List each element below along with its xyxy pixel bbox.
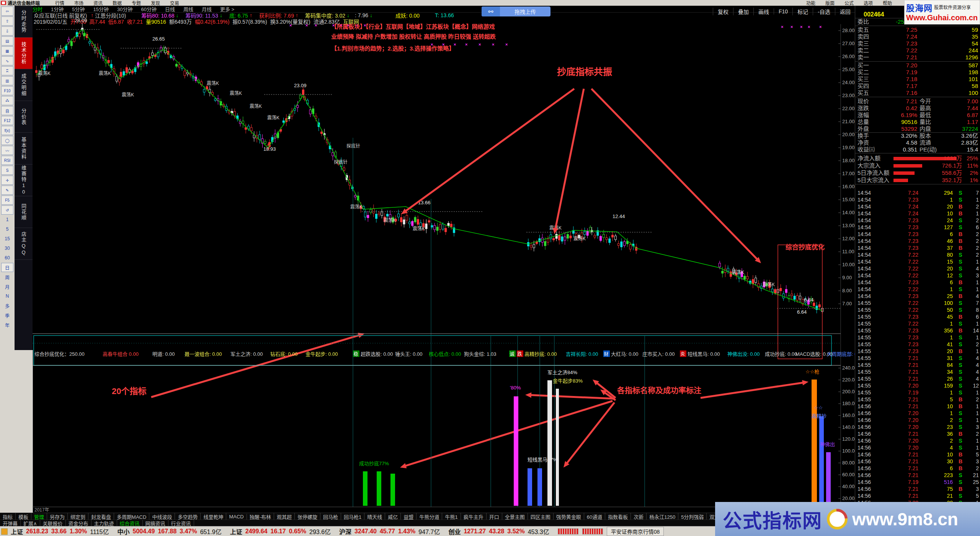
tick-row: 14:547.2337B2 <box>855 244 980 251</box>
bottom-tab-益盟[interactable]: 益盟 <box>401 513 416 520</box>
info-tab-行业资讯[interactable]: 行业资讯 <box>168 520 194 526</box>
signal-x-mark: × <box>800 24 802 29</box>
indicator-name-label: 神佛出没: 0.00 <box>727 351 760 357</box>
bottom-tab-全景主图[interactable]: 全景主图 <box>502 513 528 520</box>
bottom-tab-张停螺旋[interactable]: 张停螺旋 <box>295 513 320 520</box>
bottom-tab-次新[interactable]: 次新 <box>631 513 647 520</box>
bottom-tab-指数看板[interactable]: 指数看板 <box>605 513 631 520</box>
tick-row: 14:547.2215S1 <box>855 258 980 265</box>
bottom-tab-封龙看盘[interactable]: 封龙看盘 <box>88 513 114 520</box>
bottom-tab-牛熊1[interactable]: 牛熊1 <box>442 513 461 520</box>
bottom-tab-指标[interactable]: 指标 <box>0 513 16 520</box>
info-tab-开弹幕[interactable]: 开弹幕 <box>0 520 21 526</box>
pattern-label: 震荡K <box>573 236 586 241</box>
indicator-name-label: 狗头金综: 1.03 <box>464 351 497 357</box>
index-quote-上证[interactable]: 上证2618.2333.661.30%1115亿 <box>11 527 109 536</box>
bottom-tab-威亿[interactable]: 威亿 <box>385 513 401 520</box>
bottom-tab-线里乾坤[interactable]: 线里乾坤 <box>201 513 226 520</box>
bottom-tab-回马枪[interactable]: 回马枪 <box>320 513 341 520</box>
tick-row: 14:567.2136B2 <box>855 430 980 437</box>
bottom-tab-牛熊分道[interactable]: 牛熊分道 <box>416 513 442 520</box>
buy-row-买四: 买四7.1758 <box>855 83 980 90</box>
pattern-label: 震荡K <box>122 92 134 98</box>
indicator-bar-label: 短线黑马77% <box>528 457 557 463</box>
tick-row: 14:557.20159S12 <box>855 382 980 389</box>
bottom-tab-绑定到[interactable]: 绑定到 <box>68 513 88 520</box>
status-icon[interactable] <box>1 528 8 535</box>
tick-row: 14:557.2341S2 <box>855 341 980 348</box>
indicator-bar <box>812 380 817 506</box>
indicator-axis-label: 220.00 <box>842 377 855 383</box>
indicator-bar-label: 高精抄 <box>812 413 826 419</box>
tick-row: 14:547.2280S2 <box>855 251 980 258</box>
info-tab-资金分布[interactable]: 资金分布 <box>66 520 91 526</box>
annotation-arrow <box>403 401 612 467</box>
tdx-terminal-window: 通达信金融终端 行情市场资讯数据专题发现交易 功能版面公式选项帮助 分时1分钟5… <box>0 0 980 536</box>
bottom-tab-开口[interactable]: 开口 <box>487 513 502 520</box>
indicator-name-label: 大周期底部: 0.00 <box>827 351 855 357</box>
bottom-tab-60通道[interactable]: 60通道 <box>584 513 605 520</box>
signal-x-mark: × <box>479 42 481 47</box>
guhai-url: Www.Guhai.com.cn <box>906 13 978 22</box>
tick-list[interactable]: 14:547.24294S714:547.231S114:547.2420B21… <box>855 189 980 515</box>
info-tab-网摘资讯[interactable]: 网摘资讯 <box>143 520 168 526</box>
info-tab-关联报价[interactable]: 关联报价 <box>40 520 66 526</box>
indicator-bar <box>537 468 542 506</box>
bottom-tab-管理[interactable]: 管理 <box>31 513 47 520</box>
annotation-arrow <box>555 89 584 231</box>
guhai-subtitle: 股票软件资源分享 <box>934 4 971 11</box>
broker-connection[interactable]: 平安证券南京行情08 <box>607 527 664 536</box>
date-axis-label: 2017年 <box>34 507 49 513</box>
bottom-tab-晴天线[interactable]: 晴天线 <box>364 513 385 520</box>
bottom-tab-多周期MACD[interactable]: 多周期MACD <box>114 513 149 520</box>
kline-chart[interactable]: 28.0027.0026.0025.0024.0023.0022.0021.00… <box>0 0 855 513</box>
indicator-bar-label: 神佛出 <box>820 442 835 447</box>
index-quote-创业[interactable]: 创业1271.2743.283.52%453.3亿 <box>448 527 549 536</box>
bottom-tab-强势黄金眼[interactable]: 强势黄金眼 <box>554 513 584 520</box>
bottom-tab-多空趋势[interactable]: 多空趋势 <box>175 513 201 520</box>
price-axis-label: 9.00 <box>842 275 852 280</box>
indicator-bar <box>826 452 831 506</box>
bottom-tab-模板[interactable]: 模板 <box>16 513 31 520</box>
market-heat-grid-icon-2 <box>582 528 603 534</box>
indicator-name-label: 高精抄底: 0.00 <box>524 351 557 357</box>
price-axis-label: 27.00 <box>842 41 855 46</box>
menu-item-选项[interactable]: 选项 <box>864 0 873 6</box>
tick-row: 14:567.2110B1 <box>855 403 980 410</box>
tick-row: 14:547.236B2 <box>855 231 980 238</box>
bottom-tab-回马枪1[interactable]: 回马枪1 <box>341 513 364 520</box>
tick-row: 14:547.2346B2 <box>855 238 980 244</box>
tick-row: 14:547.23127S6 <box>855 224 980 231</box>
indicator-bar <box>556 389 559 506</box>
price-label: 6.64 <box>797 309 807 315</box>
indicator-name-label: 综合抄底优化：250.00 <box>34 351 85 357</box>
info-tab-主力轨迹[interactable]: 主力轨迹 <box>91 520 117 526</box>
tick-row: 14:547.24294S7 <box>855 189 980 196</box>
info-tab-综合资讯[interactable]: 综合资讯 <box>117 520 143 526</box>
index-quote-中小[interactable]: 中小5004.49167.883.47%651.9亿 <box>118 527 222 536</box>
bottom-tab-疯牛主升[interactable]: 疯牛主升 <box>461 513 487 520</box>
menu-item-帮助[interactable]: 帮助 <box>883 0 892 6</box>
bottom-tab-中线波段[interactable]: 中线波段 <box>149 513 175 520</box>
indicator-name-label: 庄市买入: 0.00 <box>642 351 675 357</box>
price-axis-label: 23.00 <box>842 93 855 98</box>
index-quote-上证[interactable]: 上证2499.6416.170.65%293.6亿 <box>230 527 331 536</box>
price-axis-label: 12.00 <box>842 236 855 241</box>
info-tab-扩展∧[interactable]: 扩展∧ <box>21 520 40 526</box>
tick-row: 14:557.22100S7 <box>855 300 980 306</box>
tick-row: 14:557.2250S8 <box>855 306 980 313</box>
index-quotes: 上证2618.2333.661.30%1115亿中小5004.49167.883… <box>11 527 558 536</box>
bottom-tab-独醒-布林[interactable]: 独醒-布林 <box>247 513 274 520</box>
indicator-bar-label: '80% <box>510 385 521 391</box>
bottom-tab-杨永江1250[interactable]: 杨永江1250 <box>647 513 678 520</box>
bottom-tab-观其超[interactable]: 观其超 <box>274 513 295 520</box>
pattern-label: 震荡K <box>413 226 425 231</box>
bottom-tab-四区主图[interactable]: 四区主图 <box>528 513 554 520</box>
bottom-tab-另存为[interactable]: 另存为 <box>47 513 68 520</box>
flow-row: 净流入额1633万25% <box>855 155 980 162</box>
pattern-label: 震荡K <box>267 115 279 121</box>
bottom-tab-MACD[interactable]: MACD <box>226 514 247 520</box>
index-quote-沪深[interactable]: 沪深3247.4045.771.43%947.7亿 <box>339 527 440 536</box>
buy-row-买五: 买五7.16100 <box>855 90 980 96</box>
bottom-tab-5分判强弱[interactable]: 5分判强弱 <box>678 513 707 520</box>
